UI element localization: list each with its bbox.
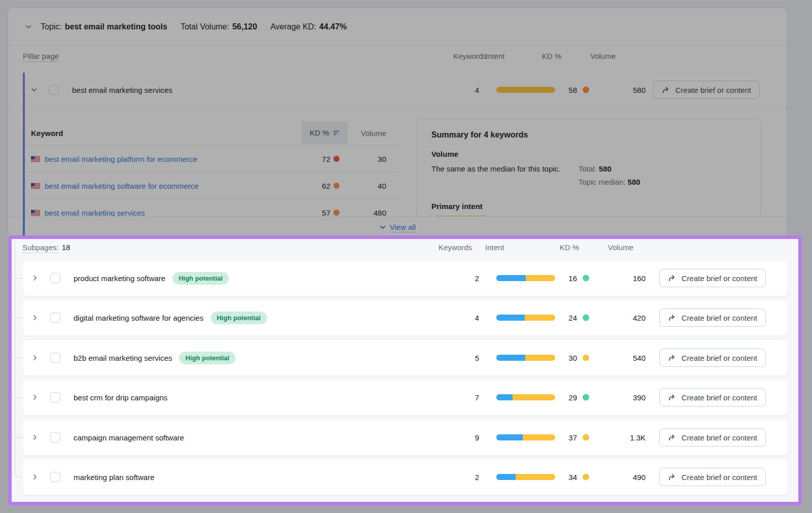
volume-value: 540 <box>633 354 646 362</box>
kd-difficulty-dot <box>333 156 340 162</box>
row-checkbox[interactable] <box>50 392 60 402</box>
keywords-count: 5 <box>475 354 479 362</box>
pillar-page-label[interactable]: Pillar page <box>23 52 59 62</box>
tree-connector <box>15 358 22 358</box>
subpage-row[interactable]: best crm for drip campaigns 7 29 390 Cre… <box>22 379 788 416</box>
chevron-right-icon[interactable] <box>31 473 39 481</box>
chevron-right-icon[interactable] <box>31 354 39 361</box>
kd-value: 29 <box>568 393 577 402</box>
average-kd-value: 44.47% <box>319 22 347 31</box>
high-potential-badge: High potential <box>173 272 229 285</box>
topic-label: Topic: <box>41 22 62 31</box>
total-label: Total: <box>579 164 597 173</box>
create-brief-button[interactable]: Create brief or content <box>653 81 760 99</box>
create-brief-button[interactable]: Create brief or content <box>659 349 766 367</box>
keywords-count: 2 <box>475 473 479 482</box>
subpage-row[interactable]: product marketing software High potentia… <box>22 260 788 296</box>
tree-connector-elbow <box>15 469 22 477</box>
chevron-down-icon[interactable] <box>24 23 32 31</box>
high-potential-badge: High potential <box>211 312 267 324</box>
corner-up-right-arrow-icon <box>662 86 670 94</box>
keyword-link[interactable]: best email marketing services <box>45 209 145 217</box>
column-header-keywords: Keywords <box>453 52 487 60</box>
intent-bar <box>496 474 555 480</box>
view-all-link[interactable]: View all <box>379 223 416 232</box>
create-brief-button[interactable]: Create brief or content <box>659 468 766 486</box>
row-checkbox[interactable] <box>50 353 60 363</box>
create-brief-button[interactable]: Create brief or content <box>659 269 766 287</box>
pillar-tree-trunk <box>23 73 25 239</box>
keyword-link[interactable]: best email marketing software for ecomme… <box>45 182 198 190</box>
create-brief-button[interactable]: Create brief or content <box>659 388 766 406</box>
keyword-table: Keyword KD % Volume best email marketing… <box>25 120 401 226</box>
column-header-keywords: Keywords <box>438 243 472 252</box>
row-checkbox[interactable] <box>50 472 60 482</box>
intent-segment-informational <box>496 434 523 440</box>
topic-header-bar: Topic: best email marketing tools Total … <box>8 8 787 46</box>
volume-column-header: Volume <box>361 128 386 137</box>
kd-value: 24 <box>568 314 577 322</box>
average-kd-label: Average KD: <box>270 22 316 31</box>
intent-segment-informational <box>496 275 526 281</box>
subpages-tree-trunk <box>15 239 15 469</box>
us-flag-icon <box>31 156 40 162</box>
intent-bar <box>496 87 555 93</box>
kd-value: 34 <box>568 473 577 482</box>
subpage-row[interactable]: marketing plan software 2 34 490 Create … <box>22 459 788 495</box>
total-volume-label: Total Volume: <box>181 22 229 31</box>
subpage-title: product marketing software <box>74 274 165 283</box>
keyword-row[interactable]: best email marketing platform for ecomme… <box>25 146 401 173</box>
volume-value: 40 <box>378 182 386 190</box>
chevron-down-icon[interactable] <box>30 86 38 93</box>
kd-value: 57 <box>322 209 330 217</box>
row-checkbox[interactable] <box>50 432 60 442</box>
subpage-title: digital marketing software for agencies <box>74 314 204 322</box>
keyword-row[interactable]: best email marketing software for ecomme… <box>25 173 401 199</box>
summary-panel: Summary for 4 keywords Volume The same a… <box>417 119 761 218</box>
keyword-table-header: Keyword KD % Volume <box>25 120 401 146</box>
kd-value: 16 <box>568 274 577 283</box>
intent-segment-informational <box>496 315 525 321</box>
chevron-right-icon[interactable] <box>31 314 39 321</box>
kd-sort-header[interactable]: KD % <box>302 121 348 144</box>
intent-bar <box>496 434 555 440</box>
total-volume-value: 56,120 <box>232 22 257 31</box>
kd-difficulty-dot <box>583 87 589 93</box>
tree-connector <box>15 437 22 438</box>
pillar-title: best email marketing services <box>72 86 173 94</box>
volume-value: 580 <box>633 86 646 94</box>
tree-connector <box>15 278 22 279</box>
subpage-row[interactable]: campaign management software 9 37 1.3K C… <box>22 419 788 456</box>
total-value: 580 <box>599 164 612 173</box>
subpage-title: campaign management software <box>74 433 184 442</box>
column-header-kd: KD % <box>560 243 579 252</box>
kd-value: 72 <box>322 155 330 163</box>
kd-difficulty-dot <box>333 210 340 216</box>
keyword-link[interactable]: best email marketing platform for ecomme… <box>45 155 197 163</box>
chevron-right-icon[interactable] <box>31 275 39 282</box>
volume-value: 480 <box>374 209 386 217</box>
row-checkbox[interactable] <box>50 273 60 283</box>
primary-intent-heading: Primary intent <box>431 202 746 211</box>
row-checkbox[interactable] <box>49 85 59 95</box>
kd-difficulty-dot <box>583 275 589 282</box>
pillar-row[interactable]: best email marketing services 4 58 580 C… <box>8 72 787 109</box>
kd-value: 30 <box>568 354 577 362</box>
subpage-title: b2b email marketing services <box>74 354 172 362</box>
chevron-right-icon[interactable] <box>31 434 39 441</box>
subpages-label[interactable]: Subpages: <box>22 243 59 253</box>
create-brief-button[interactable]: Create brief or content <box>659 428 766 447</box>
subpages-header: Subpages: 18 <box>22 243 70 253</box>
chevron-right-icon[interactable] <box>31 394 39 401</box>
subpage-row[interactable]: digital marketing software for agencies … <box>22 299 788 336</box>
keyword-strategy-builder-screen: Topic: best email marketing tools Total … <box>0 0 812 513</box>
row-checkbox[interactable] <box>50 313 60 323</box>
subpage-title: best crm for drip campaigns <box>74 393 167 402</box>
subpage-row[interactable]: b2b email marketing services High potent… <box>22 339 788 376</box>
intent-bar <box>496 394 555 400</box>
create-brief-button[interactable]: Create brief or content <box>659 309 766 327</box>
keywords-count: 4 <box>475 86 479 94</box>
column-header-volume: Volume <box>608 243 633 252</box>
corner-up-right-arrow-icon <box>668 473 676 481</box>
volume-value: 160 <box>633 274 646 283</box>
